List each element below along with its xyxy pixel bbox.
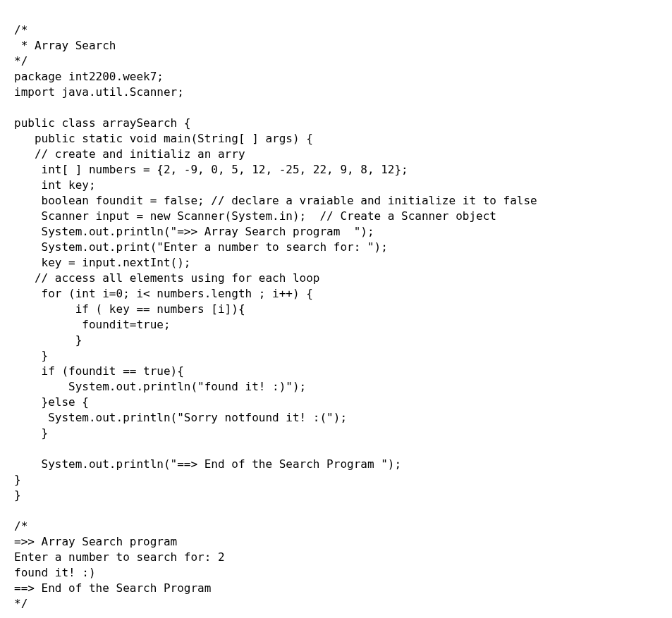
code-block: /* * Array Search */ package int2200.wee… [0, 0, 672, 618]
